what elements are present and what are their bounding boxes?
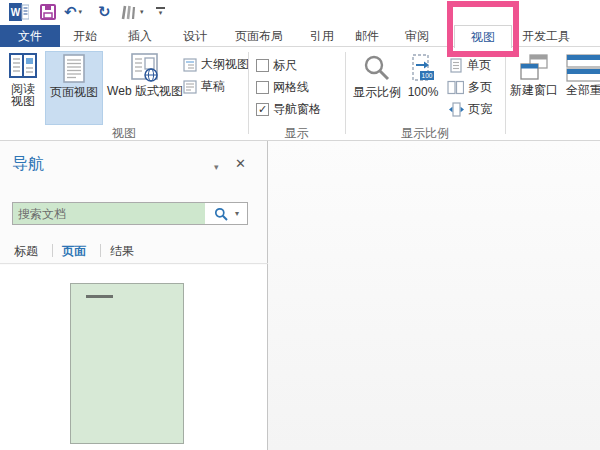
gridlines-checkbox-box[interactable] [256, 81, 269, 94]
navigation-pane: 导航 ▾ ✕ ▾ 标题 页面 结果 [0, 141, 268, 450]
tab-review[interactable]: 审阅 [395, 25, 439, 47]
ruler-checkbox[interactable]: 标尺 [256, 57, 297, 74]
tab-separator [52, 244, 53, 257]
print-layout-label: 页面视图 [50, 86, 98, 98]
search-input[interactable] [13, 203, 205, 224]
word-window: W ↶ ▾ ↻ ▾ ▾ [0, 0, 600, 450]
ruler-checkbox-box[interactable] [256, 59, 269, 72]
web-layout-label: Web 版式视图 [107, 85, 183, 97]
page-thumbnail[interactable] [70, 283, 184, 444]
ribbon-view-panel: 阅读 视图 页面视图 [0, 47, 600, 140]
zoom-button[interactable]: 显示比例 [350, 51, 404, 125]
multiple-pages-label: 多页 [468, 79, 492, 96]
read-mode-icon [8, 51, 38, 81]
print-layout-button[interactable]: 页面视图 [45, 51, 103, 125]
undo-button[interactable]: ↶ ▾ [64, 3, 82, 21]
one-page-icon [449, 58, 463, 73]
group-separator [248, 52, 249, 134]
draft-view-icon [183, 80, 197, 94]
page-width-icon [449, 102, 464, 117]
new-window-icon [519, 54, 549, 82]
arrange-all-label: 全部重排 [566, 84, 600, 96]
thumbnail-text-line [86, 295, 113, 298]
undo-dropdown-icon[interactable]: ▾ [79, 8, 83, 16]
draft-view-button[interactable]: 草稿 [183, 78, 225, 95]
pens-icon [118, 4, 138, 20]
new-window-button[interactable]: 新建窗口 [508, 51, 560, 125]
zoom-100-label: 100% [408, 86, 439, 98]
navigation-options-dropdown-icon[interactable]: ▾ [214, 162, 219, 172]
web-layout-icon [130, 53, 160, 83]
tab-separator [100, 244, 101, 257]
page-width-label: 页宽 [468, 101, 492, 118]
document-area[interactable] [268, 141, 600, 450]
search-icon[interactable] [214, 207, 228, 221]
group-separator [505, 52, 506, 134]
svg-text:100: 100 [422, 72, 433, 79]
gridlines-checkbox[interactable]: 网格线 [256, 79, 309, 96]
save-icon[interactable] [40, 4, 56, 20]
tab-developer[interactable]: 开发工具 [512, 25, 580, 47]
gridlines-label: 网格线 [273, 79, 309, 96]
undo-icon: ↶ [64, 3, 77, 21]
customize-qat-button[interactable]: ▾ [156, 7, 165, 16]
outline-view-icon [183, 58, 197, 72]
ruler-label: 标尺 [273, 57, 297, 74]
read-mode-label-line2: 视图 [11, 95, 35, 107]
tab-file[interactable]: 文件 [0, 25, 60, 47]
nav-tab-pages[interactable]: 页面 [62, 243, 86, 260]
multiple-pages-button[interactable]: 多页 [447, 79, 492, 96]
highlight-box [447, 1, 519, 57]
group-separator [345, 52, 346, 134]
arrange-all-button[interactable]: 全部重排 [564, 51, 600, 125]
print-layout-icon [63, 54, 85, 84]
one-page-label: 单页 [467, 57, 491, 74]
tab-design[interactable]: 设计 [173, 25, 217, 47]
navigation-close-icon[interactable]: ✕ [235, 156, 246, 171]
web-layout-button[interactable]: Web 版式视图 [105, 51, 185, 125]
navigation-pane-checkbox-box[interactable]: ✓ [256, 103, 269, 116]
draw-pens-button[interactable]: ▾ [118, 4, 144, 20]
search-box[interactable]: ▾ [12, 202, 248, 225]
navigation-pane-label: 导航窗格 [273, 101, 321, 118]
outline-view-label: 大纲视图 [201, 56, 249, 73]
navigation-pane-checkbox[interactable]: ✓ 导航窗格 [256, 101, 321, 118]
arrange-all-icon [566, 54, 600, 82]
zoom-magnifier-icon [363, 54, 391, 84]
qat-caret-icon: ▾ [159, 10, 163, 16]
word-logo-icon[interactable]: W [9, 3, 29, 21]
tab-home[interactable]: 开始 [63, 25, 107, 47]
draft-view-label: 草稿 [201, 78, 225, 95]
outline-view-button[interactable]: 大纲视图 [183, 56, 249, 73]
redo-button[interactable]: ↻ [98, 3, 111, 21]
tab-page-layout[interactable]: 页面布局 [222, 25, 296, 47]
search-dropdown-icon[interactable]: ▾ [235, 209, 239, 218]
navigation-tabs: 标题 页面 结果 [0, 237, 268, 264]
nav-tab-results[interactable]: 结果 [110, 243, 134, 260]
tab-insert[interactable]: 插入 [118, 25, 162, 47]
tab-references[interactable]: 引用 [300, 25, 344, 47]
nav-tab-headings[interactable]: 标题 [14, 243, 38, 260]
svg-text:W: W [11, 7, 21, 18]
pens-dropdown-icon[interactable]: ▾ [140, 8, 144, 16]
zoom-100-button[interactable]: 100 100% [404, 51, 442, 125]
zoom-100-icon: 100 [411, 54, 435, 84]
page-width-button[interactable]: 页宽 [449, 101, 492, 118]
zoom-label: 显示比例 [353, 86, 401, 98]
new-window-label: 新建窗口 [510, 84, 558, 96]
navigation-pane-title: 导航 [12, 154, 44, 175]
redo-icon: ↻ [98, 3, 111, 21]
read-mode-button[interactable]: 阅读 视图 [3, 51, 43, 125]
tab-mailings[interactable]: 邮件 [345, 25, 389, 47]
multiple-pages-icon [447, 80, 464, 95]
one-page-button[interactable]: 单页 [449, 57, 491, 74]
navigation-pages-list [0, 265, 267, 450]
